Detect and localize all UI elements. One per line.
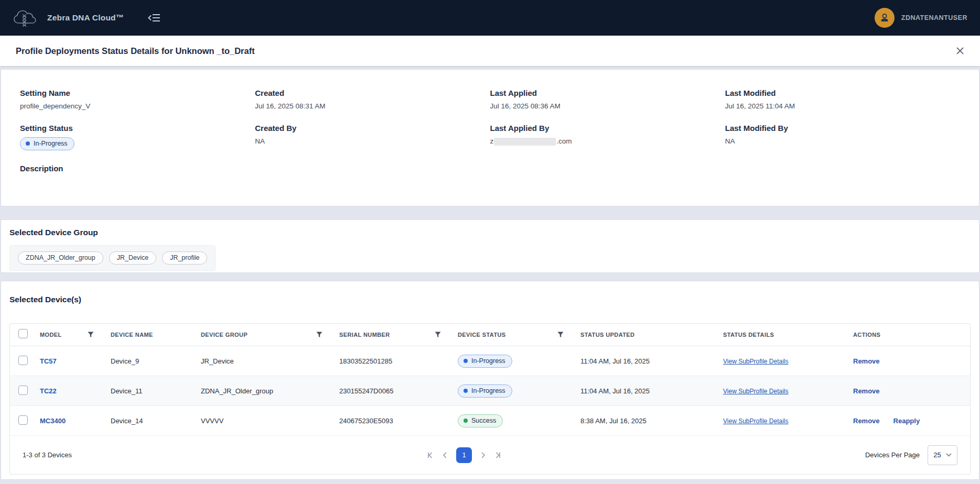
device-status-badge: In-Progress [458,355,512,368]
device-name-cell: Device_9 [111,357,201,365]
status-updated-cell: 11:04 AM, Jul 16, 2025 [580,357,723,365]
view-subprofile-details-link[interactable]: View SubProfile Details [723,388,789,395]
description-label: Description [20,164,960,173]
selected-devices-card: Selected Device(s) MODEL DEVICE NAME DEV… [1,281,979,479]
column-header-serial-number[interactable]: SERIAL NUMBER [339,332,458,338]
devices-table: MODEL DEVICE NAME DEVICE GROUP SERIAL NU… [9,323,971,475]
view-subprofile-details-link[interactable]: View SubProfile Details [723,417,789,425]
username-label: ZDNATENANTUSER [901,14,967,21]
row-checkbox[interactable] [18,415,28,425]
status-dot-icon [464,389,468,393]
app-title: Zebra DNA Cloud™ [47,13,124,23]
filter-icon[interactable] [316,332,322,338]
device-group-chip[interactable]: JR_Device [109,251,156,265]
last-modified-by-label: Last Modified By [725,124,960,133]
remove-link[interactable]: Remove [853,417,880,425]
close-icon[interactable] [954,45,966,57]
model-link[interactable]: MC3400 [40,417,66,425]
device-group-chip[interactable]: JR_profile [162,251,207,265]
column-header-device-group[interactable]: DEVICE GROUP [201,332,339,338]
selected-device-group-heading: Selected Device Group [9,228,971,237]
page-title: Profile Deployments Status Details for U… [16,46,255,56]
device-status-badge: In-Progress [458,384,512,398]
serial-number-cell: 240675230E5093 [339,417,458,425]
filter-icon[interactable] [435,332,441,338]
filter-icon[interactable] [88,332,94,338]
page-number-button[interactable]: 1 [456,447,472,463]
devices-per-page-select[interactable]: 25 [928,445,957,465]
serial-number-cell: 230155247D0065 [339,387,458,395]
device-group-chip-box: ZDNA_JR_Older_group JR_Device JR_profile [9,245,216,271]
row-checkbox[interactable] [18,356,28,365]
column-header-status-updated[interactable]: STATUS UPDATED [580,332,723,338]
setting-name-label: Setting Name [20,89,255,97]
device-group-chip[interactable]: ZDNA_JR_Older_group [18,251,103,265]
status-updated-cell: 8:38 AM, Jul 16, 2025 [580,417,723,425]
setting-status-badge: In-Progress [20,137,74,150]
column-header-actions: ACTIONS [853,332,970,338]
last-page-icon[interactable] [494,452,501,459]
last-modified-label: Last Modified [725,89,960,97]
email-suffix: .com [556,137,572,145]
row-checkbox[interactable] [18,386,28,395]
field-created-by: Created By NA [255,124,490,150]
table-row: TC22 Device_11 ZDNA_JR_Older_group 23015… [10,376,970,406]
pagination: 1 [427,447,501,463]
app-header: Zebra DNA Cloud™ ZDNATENANTUSER [0,0,980,36]
deployment-details-card: Setting Name profile_dependency_V Create… [1,70,979,206]
chevron-down-icon [946,453,952,457]
remove-link[interactable]: Remove [853,387,880,395]
created-by-value: NA [255,137,490,145]
model-link[interactable]: TC22 [40,387,57,395]
select-all-checkbox[interactable] [18,329,28,338]
created-by-label: Created By [255,124,490,133]
collapse-menu-icon[interactable] [148,13,160,23]
previous-page-icon[interactable] [441,452,449,459]
field-setting-status: Setting Status In-Progress [20,124,255,150]
devices-table-header: MODEL DEVICE NAME DEVICE GROUP SERIAL NU… [10,324,970,346]
setting-status-badge-text: In-Progress [34,140,68,147]
last-modified-value: Jul 16, 2025 11:04 AM [725,102,960,110]
device-group-cell: VVVVV [201,417,339,425]
status-dot-icon [464,419,468,423]
column-header-model[interactable]: MODEL [33,332,111,338]
table-footer: 1-3 of 3 Devices 1 Devices Per Page [10,436,970,474]
field-setting-name: Setting Name profile_dependency_V [20,89,255,110]
page-title-bar: Profile Deployments Status Details for U… [0,36,980,66]
table-row: TC57 Device_9 JR_Device 18303522501285 I… [10,346,970,376]
remove-link[interactable]: Remove [853,357,880,365]
last-applied-by-value: z.com [490,137,725,146]
device-name-cell: Device_11 [111,387,201,395]
selected-devices-heading: Selected Device(s) [9,295,971,304]
selected-device-group-card: Selected Device Group ZDNA_JR_Older_grou… [1,220,979,272]
field-description: Description [20,164,960,173]
field-created: Created Jul 16, 2025 08:31 AM [255,89,490,110]
column-header-status-details[interactable]: STATUS DETAILS [723,332,853,338]
row-count-label: 1-3 of 3 Devices [23,451,72,459]
device-name-cell: Device_14 [111,417,201,425]
column-header-device-status[interactable]: DEVICE STATUS [458,332,580,338]
status-dot-icon [464,359,468,363]
redacted-email-box [494,138,556,146]
zebra-dna-cloud-logo-icon [13,8,40,28]
device-group-cell: ZDNA_JR_Older_group [201,387,339,395]
status-dot-icon [26,141,30,146]
created-value: Jul 16, 2025 08:31 AM [255,102,490,110]
setting-name-value: profile_dependency_V [20,102,255,110]
last-applied-by-label: Last Applied By [490,124,725,133]
user-avatar[interactable] [875,8,895,28]
table-row: MC3400 Device_14 VVVVV 240675230E5093 Su… [10,406,970,436]
last-modified-by-value: NA [725,137,960,145]
next-page-icon[interactable] [479,452,487,459]
model-link[interactable]: TC57 [40,357,57,365]
status-updated-cell: 11:04 AM, Jul 16, 2025 [580,387,723,395]
column-header-device-name[interactable]: DEVICE NAME [111,332,201,338]
last-applied-label: Last Applied [490,89,725,97]
first-page-icon[interactable] [427,452,434,459]
view-subprofile-details-link[interactable]: View SubProfile Details [723,358,789,365]
devices-per-page-label: Devices Per Page [865,451,920,459]
created-label: Created [255,89,490,97]
reapply-link[interactable]: Reapply [893,417,920,425]
filter-icon[interactable] [557,332,564,338]
field-last-modified-by: Last Modified By NA [725,124,960,150]
